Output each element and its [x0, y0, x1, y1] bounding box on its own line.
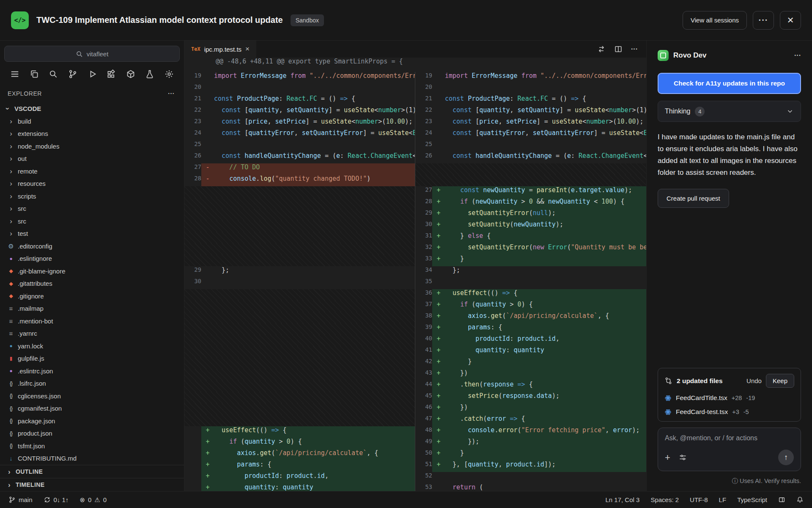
code-line[interactable]: + quantity: quantity	[184, 483, 415, 491]
code-line[interactable]: 40+ productId: product.id,	[415, 335, 646, 346]
code-line[interactable]: 23 const [price, setPrice] = useState<nu…	[184, 118, 415, 129]
updated-file-FeedCardTitle.tsx[interactable]: FeedCardTitle.tsx+28-19	[664, 394, 794, 402]
timeline-section[interactable]: ›TIMELINE	[0, 478, 184, 491]
code-line[interactable]: 31+ } else {	[415, 232, 646, 243]
view-all-sessions-button[interactable]: View all sessions	[683, 11, 747, 30]
keep-button[interactable]: Keep	[766, 374, 794, 388]
extensions-icon[interactable]	[105, 68, 118, 80]
code-line[interactable]: 35	[415, 278, 646, 289]
more-options-button[interactable]	[753, 11, 774, 30]
code-line[interactable]: 20	[415, 83, 646, 95]
code-line[interactable]: 43+ })	[415, 369, 646, 381]
code-line[interactable]: 28- console.log("quantity changed TODO!"…	[184, 175, 415, 186]
code-line[interactable]: 37+ if (quantity > 0) {	[415, 301, 646, 312]
code-line[interactable]: 19import ErrorMessage from "../../common…	[184, 72, 415, 83]
code-line[interactable]: 45+ setPrice(response.data);	[415, 392, 646, 403]
code-line[interactable]: 24 const [quatityError, setQuantityError…	[184, 129, 415, 141]
tab-ipc-mp-test-ts[interactable]: TeX ipc.mp.test.ts	[184, 41, 256, 58]
tree-item-.editorconfig[interactable]: .editorconfig	[0, 240, 184, 253]
notifications-bell-icon[interactable]	[796, 496, 804, 503]
language-mode[interactable]: TypeScript	[737, 496, 767, 503]
menu-icon[interactable]	[8, 68, 21, 80]
code-line[interactable]: 25	[184, 141, 415, 152]
code-line[interactable]: 46+ })	[415, 403, 646, 415]
tree-item-node_modules[interactable]: ›node_modules	[0, 140, 184, 153]
tree-item-yarn.lock[interactable]: yarn.lock	[0, 340, 184, 353]
tree-item-gulpfile.js[interactable]: gulpfile.js	[0, 352, 184, 365]
source-control-icon[interactable]	[66, 68, 79, 80]
code-line[interactable]: 27+ const newQuantity = parseInt(e.targe…	[415, 186, 646, 198]
tree-item-remote[interactable]: ›remote	[0, 165, 184, 178]
tree-item-.mailmap[interactable]: .mailmap	[0, 302, 184, 315]
tree-item-test[interactable]: ›test	[0, 227, 184, 240]
undo-button[interactable]: Undo	[746, 377, 762, 384]
code-line[interactable]: 36+ useEffect(() => {	[415, 289, 646, 301]
code-line[interactable]: + if (quantity > 0) {	[184, 438, 415, 449]
code-line[interactable]: 42+ }	[415, 358, 646, 369]
code-line[interactable]: + params: {	[184, 461, 415, 472]
tree-item-package.json[interactable]: package.json	[0, 415, 184, 428]
tree-item-.eslintignore[interactable]: .eslintignore	[0, 252, 184, 265]
tree-item-.gitignore[interactable]: .gitignore	[0, 290, 184, 303]
tree-item-.git-blame-ignore[interactable]: .git-blame-ignore	[0, 265, 184, 278]
settings-sliders-icon[interactable]	[679, 453, 687, 461]
sync-indicator[interactable]: 0↓ 1↑	[44, 496, 69, 503]
code-line[interactable]: 38+ axios.get(`/api/pricing/calculate`, …	[415, 312, 646, 323]
thinking-expander[interactable]: Thinking 4	[658, 101, 801, 122]
code-line[interactable]: + productId: product.id,	[184, 472, 415, 483]
code-line[interactable]: + useEffect(() => {	[184, 426, 415, 438]
tree-item-build[interactable]: ›build	[0, 115, 184, 128]
code-line[interactable]: 41+ quantity: quantity	[415, 346, 646, 358]
tree-item-src[interactable]: ›src	[0, 202, 184, 215]
tree-item-.gitattributes[interactable]: .gitattributes	[0, 277, 184, 290]
code-line[interactable]: 19import ErrorMessage from "../../common…	[415, 72, 646, 83]
code-line[interactable]: 24 const [quatityError, setQuantityError…	[415, 129, 646, 141]
eol-setting[interactable]: LF	[719, 496, 727, 503]
tree-item-.lsifrc.json[interactable]: .lsifrc.json	[0, 377, 184, 390]
code-line[interactable]: 53 return (	[415, 483, 646, 491]
tree-item-.mention-bot[interactable]: .mention-bot	[0, 315, 184, 328]
send-button[interactable]: ↑	[778, 450, 794, 465]
code-line[interactable]: 25	[415, 141, 646, 152]
tree-item-VSCODE[interactable]: ›VSCODE	[0, 102, 184, 115]
code-line[interactable]: 52	[415, 472, 646, 483]
code-line[interactable]: 26 const handleQuantityChange = (e: Reac…	[415, 152, 646, 163]
tree-item-.eslintrc.json[interactable]: .eslintrc.json	[0, 365, 184, 378]
encoding-setting[interactable]: UTF-8	[690, 496, 708, 503]
editor-more-actions-icon[interactable]	[631, 45, 638, 53]
explorer-more-icon[interactable]	[168, 90, 175, 97]
attach-plus-icon[interactable]: +	[665, 453, 670, 462]
tree-item-.yarnrc[interactable]: .yarnrc	[0, 327, 184, 340]
code-line[interactable]: 49+ });	[415, 438, 646, 449]
code-line[interactable]: 29+ setQuantityError(null);	[415, 209, 646, 221]
tree-item-resources[interactable]: ›resources	[0, 177, 184, 190]
settings-gear-icon[interactable]	[163, 68, 176, 80]
code-line[interactable]: 50+ }	[415, 449, 646, 461]
search-tool-icon[interactable]	[47, 68, 60, 80]
code-line[interactable]: + axios.get(`/api/pricing/calculate`, {	[184, 449, 415, 461]
create-pull-request-button[interactable]: Create pull request	[658, 189, 729, 208]
testing-beaker-icon[interactable]	[143, 68, 156, 80]
updated-file-FeedCard-test.tsx[interactable]: FeedCard-test.tsx+3-5	[664, 408, 794, 416]
code-line[interactable]: 22 const [quantity, setQuantity] = useSt…	[184, 106, 415, 118]
code-line[interactable]: 29 };	[184, 266, 415, 278]
tree-item-cgmanifest.json[interactable]: cgmanifest.json	[0, 402, 184, 415]
chat-input[interactable]	[665, 434, 794, 442]
outline-section[interactable]: ›OUTLINE	[0, 465, 184, 478]
indentation-setting[interactable]: Spaces: 2	[650, 496, 679, 503]
tree-item-scripts[interactable]: ›scripts	[0, 190, 184, 203]
problems-indicator[interactable]: ⊗0 ⚠0	[80, 496, 107, 504]
remote-cube-icon[interactable]	[124, 68, 137, 80]
code-line[interactable]: 28+ if (newQuantity > 0 && newQuantity <…	[415, 198, 646, 209]
code-line[interactable]: 34 };	[415, 266, 646, 278]
run-debug-icon[interactable]	[86, 68, 99, 80]
cursor-position[interactable]: Ln 17, Col 3	[606, 496, 640, 503]
code-line[interactable]: 21const ProductPage: React.FC = () => {	[415, 95, 646, 106]
code-line[interactable]: 23 const [price, setPrice] = useState<nu…	[415, 118, 646, 129]
swap-diff-sides-icon[interactable]	[597, 45, 606, 53]
code-line[interactable]: 47+ .catch(error => {	[415, 415, 646, 426]
tab-close-icon[interactable]	[245, 45, 250, 53]
tree-item-out[interactable]: ›out	[0, 152, 184, 165]
code-line[interactable]: 22 const [quantity, setQuantity] = useSt…	[415, 106, 646, 118]
code-line[interactable]: 30	[184, 278, 415, 289]
